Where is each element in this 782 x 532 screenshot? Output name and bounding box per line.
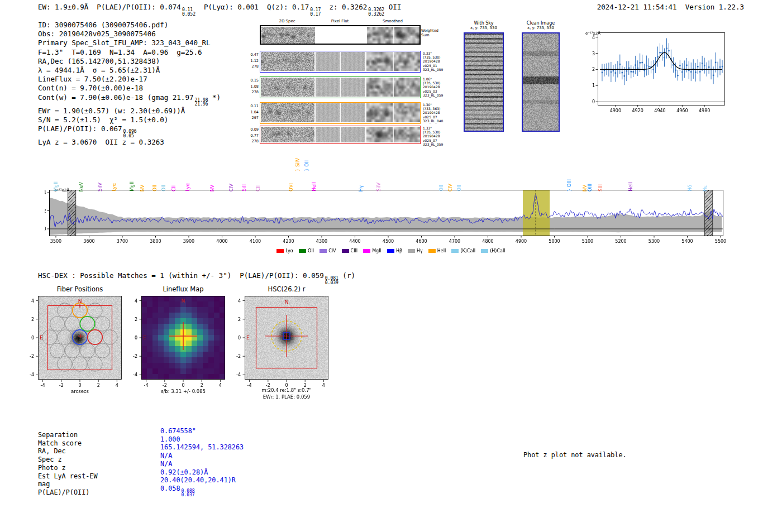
match-table-labels: SeparationMatch scoreRA, DecSpec zPhoto … bbox=[38, 431, 98, 497]
spec2d-stat-value: 1.04 bbox=[244, 109, 259, 116]
info-text: EWr = 1.90(±0.57) (w: 2.30(±0.69))Å bbox=[38, 107, 185, 115]
fiber-circle-icon bbox=[58, 357, 72, 371]
lineflux-overlay-svg: NE bbox=[141, 296, 225, 380]
info-text: S/N = 5.2(±1.5) χ² = 1.5(±0.0) bbox=[38, 116, 168, 124]
with-sky-coords: x, y: 735, 530 bbox=[457, 26, 511, 30]
match-row-label: mag bbox=[38, 480, 98, 488]
spec2d-col-header-smoothed: Smoothed bbox=[366, 19, 419, 23]
legend-swatch-icon bbox=[363, 249, 370, 253]
info-sub: 21.96 bbox=[194, 102, 208, 107]
legend-item-label: CIV bbox=[328, 248, 336, 253]
emission-line-label: CIV bbox=[447, 184, 453, 191]
emission-line-label: OIII bbox=[587, 184, 593, 191]
legend-item: CIII bbox=[342, 248, 358, 253]
emission-line-label: SiIV bbox=[376, 183, 382, 191]
summary-supsub: 0.32620.3262 bbox=[368, 8, 384, 16]
fiber-circle-icon bbox=[50, 343, 64, 358]
fiber-positions-overlay: NE bbox=[38, 296, 122, 380]
legend-item: HeII bbox=[428, 248, 446, 253]
hsc-supsub: 0.0810.039 bbox=[325, 276, 338, 285]
info-supsub: 0.0960.05 bbox=[123, 130, 137, 138]
match-row-label: RA, Dec bbox=[38, 447, 98, 456]
clean-image-image bbox=[523, 33, 559, 131]
fiber-circle-red-icon bbox=[88, 330, 102, 344]
inset-flux-units-label: e⁻¹⁷x2Å bbox=[585, 31, 600, 36]
match-row-value: 0.674558" bbox=[160, 427, 244, 435]
info-text: Primary Spec_Slot_IFU_AMP: 323_043_040_R… bbox=[38, 39, 211, 47]
clean-image-title: Clean Image bbox=[514, 21, 568, 26]
info-sub: 0.05 bbox=[123, 134, 137, 138]
spec2d-stat-value: 278 bbox=[244, 64, 259, 70]
info-supsub: 21.9821.96 bbox=[194, 98, 208, 107]
fiber-circle-icon bbox=[103, 330, 117, 344]
spec2d-cell-image bbox=[261, 127, 314, 142]
spec2d-stat-value: 1.12 bbox=[244, 58, 259, 64]
spec2d-cell-image bbox=[366, 52, 420, 71]
spec2d-annotation-line: 0.33" bbox=[423, 51, 451, 55]
spec2d-annotation-line: (735, 530) bbox=[423, 81, 451, 85]
spec2d-cell-image bbox=[366, 103, 420, 122]
info-line: S/N = 5.2(±1.5) χ² = 1.5(±0.0) bbox=[38, 116, 221, 124]
match-row-value: 0.0580.0880.037 bbox=[160, 485, 244, 497]
fiber-circle-icon bbox=[58, 330, 72, 344]
info-line: Obs: 20190428v025_3090075406 bbox=[38, 30, 221, 39]
detection-info-block: ID: 3090075406 (3090075406.pdf)Obs: 2019… bbox=[38, 21, 221, 147]
match-row-label: P(LAE)/P(OII) bbox=[38, 488, 98, 497]
clean-image-panel bbox=[522, 32, 560, 132]
spec2d-stat-value: 297 bbox=[244, 115, 259, 121]
info-text: F=1.3" T=0.169 N=1.34 A=0.96 g=25.6 bbox=[38, 48, 202, 56]
spec2d-stat-value: 1.08 bbox=[244, 84, 259, 90]
summary-text: P(LAE)/P(OII): 0.074 bbox=[97, 3, 181, 11]
legend-item: MgII bbox=[363, 248, 382, 253]
fiber-circle-icon bbox=[65, 343, 79, 358]
spec2d-row-annotation: 1.30"(733, 363)20190428v025_07323_RL_040 bbox=[423, 103, 451, 123]
emission-line-label: NV bbox=[140, 185, 145, 191]
clean-image-coords: x, y: 735, 530 bbox=[514, 26, 568, 30]
match-text: 0.058 bbox=[160, 485, 180, 492]
fiber-xlabel: arcsecs bbox=[38, 389, 122, 394]
summary-text: EW: 1.9±0.9Å bbox=[38, 3, 97, 11]
summary-sub: 0.17 bbox=[310, 12, 321, 17]
elixer-detection-report: EW: 1.9±0.9Å P(LAE)/P(OII): 0.0740.110.0… bbox=[0, 0, 782, 532]
match-row-value: 165.142594, 51.328263 bbox=[160, 443, 244, 452]
legend-swatch-icon bbox=[451, 249, 459, 253]
spec2d-cell-image bbox=[261, 52, 314, 71]
info-line: Primary Spec_Slot_IFU_AMP: 323_043_040_R… bbox=[38, 39, 221, 47]
fiber-circle-icon bbox=[58, 303, 72, 318]
spec2d-col-header-pixelflat: Pixel Flat bbox=[315, 19, 365, 23]
spec2d-row-annotation: 1.33"(735, 530)20190428v025_07323_RL_059 bbox=[423, 126, 451, 146]
info-text: Cont(n) = 9.70(±0.00)e-18 bbox=[38, 84, 143, 92]
emission-line-label: } OIII bbox=[566, 179, 572, 191]
spec2d-annotation-line: v025_03 bbox=[423, 89, 451, 93]
spec2d-annotation-line: v025_07 bbox=[423, 115, 451, 119]
lineflux-caption: s/b: 3.31 +/- 0.085 bbox=[141, 389, 225, 394]
spec2d-annotation-line: (733, 363) bbox=[423, 107, 451, 111]
spec2d-annotation-line: (735, 530) bbox=[423, 55, 451, 59]
spec2d-cell-image bbox=[261, 78, 314, 97]
summary-stats-line: EW: 1.9±0.9Å P(LAE)/P(OII): 0.0740.110.0… bbox=[38, 3, 401, 16]
spec2d-row-stats: 0.090.77278 bbox=[244, 127, 259, 145]
match-row-value: N/A bbox=[160, 452, 244, 460]
match-table-values: 0.674558"1.000165.142594, 51.328263N/AN/… bbox=[160, 427, 244, 497]
spec2d-row bbox=[260, 76, 421, 98]
legend-item: Lyα bbox=[276, 248, 293, 253]
spec2d-row-stats: 0.111.04297 bbox=[244, 103, 259, 121]
legend-item: (H)CaII bbox=[481, 248, 505, 253]
legend-item-label: (H)CaII bbox=[490, 248, 505, 253]
spec2d-cell-image bbox=[316, 103, 365, 122]
emission-line-label: OII bbox=[456, 185, 462, 191]
match-sub: 0.037 bbox=[182, 493, 195, 497]
hsc-overlay-svg: NE bbox=[245, 296, 328, 380]
emission-line-label: CII bbox=[171, 185, 177, 191]
spec2d-annotation-line: (735, 530) bbox=[423, 130, 451, 134]
report-version: Version 1.22.3 bbox=[685, 3, 744, 11]
summary-supsub: 0.110.052 bbox=[182, 8, 196, 16]
info-line: Cont(n) = 9.70(±0.00)e-18 bbox=[38, 84, 221, 93]
info-line: LyA z = 3.0670 OII z = 0.3263 bbox=[38, 138, 221, 147]
legend-swatch-icon bbox=[342, 249, 349, 253]
summary-sub: 0.3262 bbox=[368, 12, 384, 17]
info-text: Obs: 20190428v025_3090075406 bbox=[38, 30, 156, 38]
summary-text: P(Lyα): 0.001 Q(z): 0.17 bbox=[196, 3, 309, 11]
legend-item-label: Hβ bbox=[396, 248, 402, 253]
compass-east-label: E bbox=[40, 335, 43, 341]
